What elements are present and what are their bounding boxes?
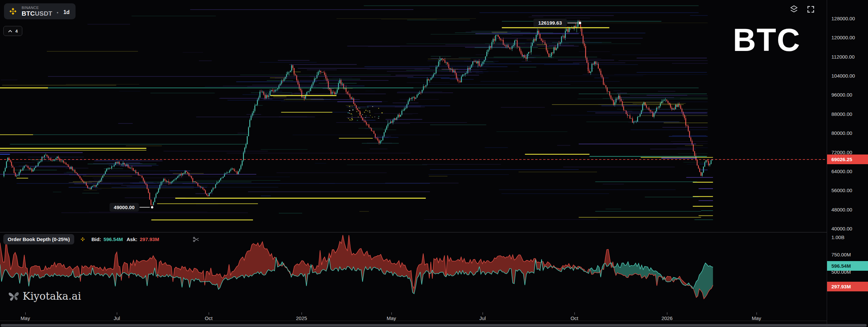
bid-depth-badge: 596.54M xyxy=(827,261,868,271)
panel-divider xyxy=(0,232,868,232)
fullscreen-button[interactable] xyxy=(806,5,815,13)
scissors-icon[interactable] xyxy=(192,236,200,243)
bid-label: Bid: xyxy=(92,236,101,242)
time-axis[interactable]: MayJulOct2025MayJulOct2026May xyxy=(0,313,827,321)
kiyotaka-logo: Kiyotaka.ai xyxy=(7,290,81,302)
time-axis-label: Oct xyxy=(570,315,578,321)
time-tick xyxy=(209,313,209,315)
depth-chart-canvas[interactable] xyxy=(0,232,827,313)
timeframe-selector[interactable]: 1d xyxy=(63,9,69,15)
kiyotaka-wordmark: Kiyotaka.ai xyxy=(23,290,81,302)
symbol-watermark: BTC xyxy=(733,24,800,56)
indicator-count: 4 xyxy=(15,29,18,34)
separator-dot: • xyxy=(57,10,58,15)
time-tick xyxy=(575,313,575,315)
price-tick-label: 104000.00 xyxy=(831,73,855,79)
price-tick-label: 96000.00 xyxy=(831,92,852,97)
chart-toolbar xyxy=(789,5,815,13)
bid-value: 596.54M xyxy=(103,236,123,242)
time-axis-label: Jul xyxy=(114,315,120,321)
time-tick xyxy=(392,313,392,315)
horizontal-scrollbar[interactable] xyxy=(1,324,867,327)
butterfly-icon xyxy=(7,290,20,302)
time-tick xyxy=(756,313,757,315)
time-axis-label: May xyxy=(387,315,396,321)
price-tick-label: 112000.00 xyxy=(831,54,855,60)
price-tick-label: 128000.00 xyxy=(831,16,855,21)
price-tick-label: 88000.00 xyxy=(831,111,852,117)
depth-tick-label: 1.00B xyxy=(831,234,844,240)
exchange-name: BINANCE xyxy=(22,6,52,10)
time-tick xyxy=(117,313,117,315)
price-tick-label: 120000.00 xyxy=(831,35,855,40)
ask-value: 297.93M xyxy=(140,236,159,242)
svg-text:126199.63: 126199.63 xyxy=(538,20,562,26)
binance-logo-icon xyxy=(8,6,18,16)
depth-header: Order Book Depth (0-25%) Bid: 596.54M As… xyxy=(3,234,159,244)
price-chart-canvas[interactable]: 126199.6349000.00 xyxy=(0,0,827,232)
price-tick-label: 80000.00 xyxy=(831,130,852,136)
svg-text:49000.00: 49000.00 xyxy=(114,204,135,210)
binance-icon-small xyxy=(80,236,86,242)
symbol-quote: USDT xyxy=(35,10,53,17)
ask-label: Ask: xyxy=(126,236,137,242)
time-axis-label: May xyxy=(752,315,761,321)
layers-button[interactable] xyxy=(789,5,799,13)
fullscreen-icon xyxy=(806,5,815,13)
symbol-selector[interactable]: BINANCE BTCUSDT • 1d xyxy=(4,3,75,19)
time-axis-label: May xyxy=(21,315,30,321)
price-axis[interactable]: 500.00M750.00M1.00B40000.0048000.0056000… xyxy=(827,0,868,327)
time-tick xyxy=(667,313,667,315)
ask-depth-badge: 297.93M xyxy=(827,282,868,291)
time-axis-label: Jul xyxy=(479,315,486,321)
time-tick xyxy=(302,313,302,315)
layers-icon xyxy=(789,5,799,13)
chevron-up-icon xyxy=(8,30,12,33)
time-tick xyxy=(25,313,26,315)
time-axis-label: 2025 xyxy=(296,315,307,321)
time-axis-label: 2026 xyxy=(661,315,672,321)
price-tick-label: 64000.00 xyxy=(831,169,852,174)
depth-tick-label: 750.00M xyxy=(831,252,851,258)
kiyotaka-trading-app: 126199.6349000.00 BINANCE BTCUSDT • 1d 4 xyxy=(0,0,868,327)
time-tick xyxy=(483,313,483,315)
depth-title[interactable]: Order Book Depth (0-25%) xyxy=(3,234,74,244)
price-tick-label: 56000.00 xyxy=(831,187,852,193)
indicators-collapse-button[interactable]: 4 xyxy=(3,26,22,36)
current-price-badge: 69026.25 xyxy=(827,154,868,164)
price-tick-label: 40000.00 xyxy=(831,226,852,232)
time-axis-label: Oct xyxy=(205,315,212,321)
symbol-base: BTC xyxy=(22,10,35,17)
price-tick-label: 48000.00 xyxy=(831,207,852,212)
